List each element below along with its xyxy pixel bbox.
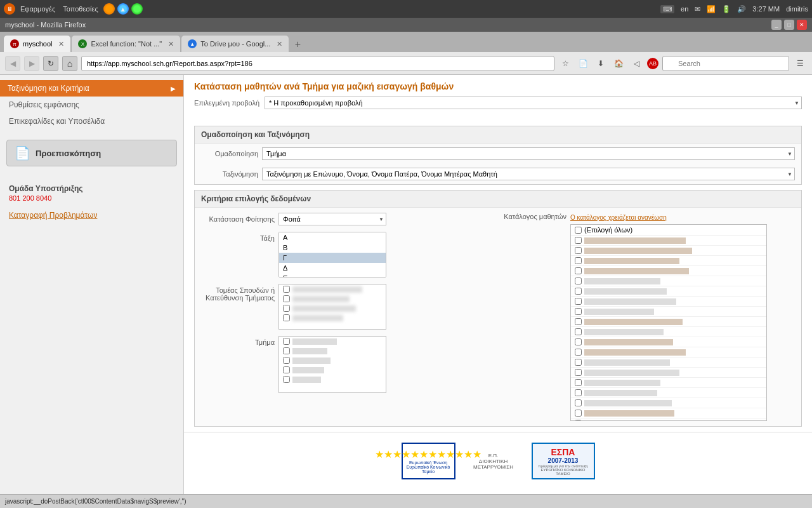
catalog-item-8[interactable]: [571, 307, 766, 317]
tab-drive-close[interactable]: ✕: [277, 40, 282, 48]
sector-checkbox-list[interactable]: [278, 284, 386, 330]
catalog-item-8-cb[interactable]: [575, 308, 582, 315]
preview-button[interactable]: 📄 Προεπισκόπηση: [6, 140, 177, 166]
sector-checkbox-4[interactable]: [283, 314, 290, 321]
forward-button[interactable]: ▶: [24, 56, 39, 71]
sidebar-item-headers[interactable]: Επικεφαλίδες και Υποσέλιδα: [0, 113, 183, 130]
search-input[interactable]: [662, 56, 789, 71]
catalog-item-4[interactable]: [571, 266, 766, 276]
refresh-button[interactable]: ↻: [43, 56, 58, 71]
tmima-item-2[interactable]: [279, 346, 386, 356]
catalog-item-14-cb[interactable]: [575, 369, 582, 376]
tab-excel[interactable]: X Excel function: "Not ..." ✕: [72, 36, 180, 52]
catalog-item-5[interactable]: [571, 276, 766, 286]
catalog-item-9-cb[interactable]: [575, 318, 582, 325]
catalog-item-11[interactable]: [571, 337, 766, 347]
minimize-button[interactable]: _: [771, 20, 782, 30]
catalog-item-18-cb[interactable]: [575, 410, 582, 417]
view-select-wrapper[interactable]: * Η προκαθορισμένη προβολή: [265, 97, 802, 109]
close-button[interactable]: ✕: [797, 20, 807, 30]
tmima-checkbox-5[interactable]: [283, 376, 290, 383]
tmima-item-1[interactable]: [279, 337, 386, 346]
sidebar-item-sorting[interactable]: Ταξινόμηση και Κριτήρια ▶: [0, 80, 183, 97]
catalog-item-4-cb[interactable]: [575, 267, 582, 274]
status-select[interactable]: Φοιτά: [278, 213, 386, 225]
home-button[interactable]: ⌂: [62, 56, 77, 71]
tab-drive[interactable]: ▲ To Drive μου - Googl... ✕: [181, 36, 289, 52]
catalog-item-6[interactable]: [571, 286, 766, 297]
catalog-refresh-link[interactable]: Ο κατάλογος χρειάζεται ανανέωση: [570, 214, 667, 221]
catalog-item-1-cb[interactable]: [575, 237, 582, 244]
catalog-select-all-checkbox[interactable]: [575, 227, 582, 234]
sidebar-item-display[interactable]: Ρυθμίσεις εμφάνισης: [0, 97, 183, 113]
catalog-item-12[interactable]: [571, 347, 766, 358]
bookmark-page-button[interactable]: 📄: [576, 57, 590, 70]
catalog-item-16[interactable]: [571, 388, 766, 398]
sector-checkbox-3[interactable]: [283, 305, 290, 312]
catalog-item-7-cb[interactable]: [575, 298, 582, 305]
catalog-item-15-cb[interactable]: [575, 379, 582, 386]
catalog-item-10[interactable]: [571, 327, 766, 337]
sorting-select[interactable]: Ταξινόμηση με Επώνυμο, Όνομα, Όνομα Πατέ…: [262, 168, 795, 180]
catalog-item-17[interactable]: [571, 398, 766, 408]
support-link[interactable]: Καταγραφή Προβλημάτων: [0, 210, 183, 221]
catalog-item-13-cb[interactable]: [575, 359, 582, 366]
url-bar[interactable]: [81, 56, 554, 71]
catalog-item-18[interactable]: [571, 408, 766, 418]
tab-myschool-close[interactable]: ✕: [58, 40, 64, 48]
catalog-item-2[interactable]: [571, 246, 766, 256]
sorting-select-wrapper[interactable]: Ταξινόμηση με Επώνυμο, Όνομα, Όνομα Πατέ…: [262, 168, 795, 180]
bookmark-star-button[interactable]: ☆: [558, 57, 572, 70]
back-button[interactable]: ◀: [5, 56, 20, 71]
student-catalog[interactable]: (Επιλογή όλων): [570, 224, 767, 421]
tab-myschool[interactable]: π myschool ✕: [4, 36, 70, 52]
sector-checkbox-2[interactable]: [283, 295, 290, 302]
catalog-item-12-cb[interactable]: [575, 349, 582, 356]
catalog-item-9[interactable]: [571, 317, 766, 327]
tmima-checkbox-1[interactable]: [283, 338, 290, 345]
status-select-wrapper[interactable]: Φοιτά: [278, 213, 386, 225]
catalog-item-19[interactable]: [571, 418, 766, 421]
tmima-checkbox-4[interactable]: [283, 366, 290, 373]
view-select[interactable]: * Η προκαθορισμένη προβολή: [265, 97, 802, 109]
grouping-select-wrapper[interactable]: Τμήμα: [262, 147, 795, 160]
os-menu-items[interactable]: Εφαρμογές Τοποθεσίες: [20, 5, 98, 13]
tmima-checkbox-list[interactable]: [278, 336, 386, 393]
tmima-item-3[interactable]: [279, 356, 386, 365]
catalog-item-10-cb[interactable]: [575, 328, 582, 335]
history-button[interactable]: ◁: [629, 57, 643, 70]
nav-home-button[interactable]: 🏠: [612, 57, 625, 70]
catalog-item-5-cb[interactable]: [575, 277, 582, 284]
tmima-checkbox-3[interactable]: [283, 357, 290, 364]
grouping-select[interactable]: Τμήμα: [262, 147, 795, 160]
menu-apps[interactable]: Εφαρμογές: [20, 5, 55, 13]
window-controls[interactable]: _ □ ✕: [771, 20, 807, 30]
catalog-item-13[interactable]: [571, 358, 766, 368]
sector-checkbox-1[interactable]: [283, 286, 290, 293]
tmima-item-5[interactable]: [279, 375, 386, 384]
menu-button[interactable]: ☰: [793, 57, 807, 70]
maximize-button[interactable]: □: [784, 20, 794, 30]
sector-item-1[interactable]: [279, 284, 386, 294]
class-listbox[interactable]: Α Β Γ Δ Ε: [278, 232, 386, 277]
catalog-item-6-cb[interactable]: [575, 288, 582, 295]
catalog-item-17-cb[interactable]: [575, 399, 582, 406]
catalog-select-all-item[interactable]: (Επιλογή όλων): [571, 225, 766, 236]
new-tab-button[interactable]: +: [290, 37, 305, 52]
catalog-item-16-cb[interactable]: [575, 389, 582, 396]
catalog-item-3-cb[interactable]: [575, 257, 582, 264]
catalog-item-1[interactable]: [571, 236, 766, 246]
sector-item-2[interactable]: [279, 294, 386, 304]
tab-excel-close[interactable]: ✕: [168, 40, 174, 48]
download-button[interactable]: ⬇: [594, 57, 608, 70]
tmima-checkbox-2[interactable]: [283, 347, 290, 354]
catalog-item-15[interactable]: [571, 378, 766, 388]
menu-places[interactable]: Τοποθεσίες: [63, 5, 98, 13]
sector-item-4[interactable]: [279, 313, 386, 323]
catalog-item-19-cb[interactable]: [575, 420, 582, 421]
catalog-item-7[interactable]: [571, 297, 766, 307]
catalog-item-14[interactable]: [571, 368, 766, 378]
catalog-item-2-cb[interactable]: [575, 247, 582, 254]
catalog-item-11-cb[interactable]: [575, 338, 582, 345]
tmima-item-4[interactable]: [279, 365, 386, 375]
